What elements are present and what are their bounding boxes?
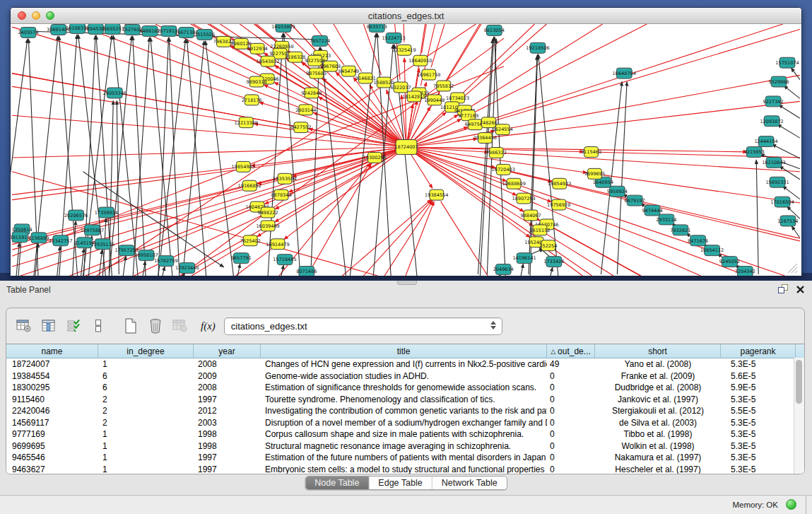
float-panel-icon[interactable] bbox=[778, 284, 789, 294]
graph-node[interactable]: 15224713 bbox=[382, 33, 405, 43]
graph-node[interactable]: 12342757 bbox=[49, 235, 72, 246]
new-file-icon[interactable] bbox=[122, 317, 140, 335]
graph-node[interactable]: 8835713 bbox=[367, 24, 387, 32]
graph-node[interactable]: 9884067 bbox=[520, 210, 541, 221]
graph-node[interactable]: 9215953 bbox=[744, 147, 765, 158]
function-builder-icon[interactable]: f(x) bbox=[201, 320, 216, 332]
graph-node[interactable]: 10688609 bbox=[502, 178, 525, 189]
graph-node[interactable]: 9146821 bbox=[355, 73, 376, 83]
graph-node[interactable]: 16961758 bbox=[417, 69, 440, 80]
graph-node[interactable]: 252254 bbox=[539, 240, 557, 251]
graph-node[interactable]: 12444154 bbox=[754, 136, 777, 147]
graph-node[interactable]: 6322037 bbox=[390, 82, 411, 93]
graph-node[interactable]: 1156889 bbox=[28, 233, 49, 243]
column-header-in_degree[interactable]: in_degree bbox=[98, 344, 194, 358]
graph-node[interactable]: 9890318 bbox=[247, 76, 267, 87]
graph-node[interactable]: 19756928 bbox=[547, 199, 570, 210]
table-row[interactable]: 946362711997Embryonic stem cells: a mode… bbox=[6, 464, 804, 475]
graph-node[interactable]: 3915911 bbox=[11, 232, 30, 243]
graph-node[interactable]: 12093872 bbox=[760, 116, 783, 127]
graph-node[interactable]: 1167534 bbox=[777, 216, 798, 226]
zoom-window-button[interactable] bbox=[46, 11, 54, 20]
delete-table-icon[interactable] bbox=[146, 317, 165, 335]
graph-node[interactable]: 19166852 bbox=[238, 180, 261, 191]
graph-node[interactable]: 9242848 bbox=[301, 88, 322, 98]
column-header-out_de[interactable]: △out_de... bbox=[547, 344, 595, 358]
graph-node[interactable]: 18640910 bbox=[408, 55, 432, 66]
column-header-pagerank[interactable]: pagerank bbox=[721, 344, 796, 358]
graph-node[interactable]: 15751074 bbox=[775, 57, 799, 68]
table-row[interactable]: 969969511998Structural magnetic resonanc… bbox=[6, 440, 804, 452]
graph-node[interactable]: 7857224 bbox=[310, 35, 330, 46]
close-window-button[interactable] bbox=[18, 11, 26, 20]
vertical-scrollbar[interactable] bbox=[794, 358, 804, 474]
graph-node[interactable]: 15692331 bbox=[765, 177, 789, 187]
graph-node[interactable]: 9329966 bbox=[768, 76, 789, 87]
table-row[interactable]: 1872400712008Changes of HCN gene express… bbox=[6, 358, 804, 370]
tab-network-table[interactable]: Network Table bbox=[433, 477, 507, 489]
minimize-window-button[interactable] bbox=[32, 11, 40, 20]
table-selector-dropdown[interactable]: citations_edges.txt bbox=[224, 317, 502, 335]
table-row[interactable]: 977716911998Corpus callosum shape and si… bbox=[6, 428, 804, 440]
column-header-title[interactable]: title bbox=[261, 344, 547, 358]
table-row[interactable]: 946554611997Estimation of the future num… bbox=[6, 452, 804, 464]
tab-node-table[interactable]: Node Table bbox=[305, 477, 369, 489]
graph-node[interactable]: 2933114 bbox=[656, 214, 676, 225]
graph-node[interactable]: 14196141 bbox=[512, 253, 536, 264]
graph-node[interactable]: 7625402 bbox=[240, 235, 261, 246]
citation-network-graph[interactable]: 2405574306914061610837918945372106552571… bbox=[11, 24, 801, 276]
graph-node[interactable]: 16033809 bbox=[271, 24, 295, 32]
graph-node[interactable]: 8878344 bbox=[271, 189, 291, 200]
table-column-icon[interactable] bbox=[40, 317, 58, 335]
graph-node[interactable]: 29053346 bbox=[103, 88, 126, 98]
graph-node[interactable]: 2405574 bbox=[18, 27, 38, 37]
table-row[interactable]: 1456911722003Disruption of a novel membe… bbox=[6, 417, 804, 429]
resize-grip[interactable] bbox=[788, 264, 797, 273]
close-panel-icon[interactable] bbox=[796, 285, 805, 294]
select-rows-icon[interactable] bbox=[64, 317, 83, 335]
graph-node[interactable]: 6679197 bbox=[625, 195, 645, 206]
graph-node[interactable]: 10655257 bbox=[101, 24, 124, 34]
graph-node[interactable]: 8427552 bbox=[290, 122, 311, 133]
network-canvas[interactable]: 2405574306914061610837918945372106552571… bbox=[11, 24, 801, 276]
graph-node[interactable]: 7932621 bbox=[670, 225, 690, 235]
graph-node[interactable]: 3624554 bbox=[493, 124, 513, 135]
graph-node[interactable]: 16720403 bbox=[492, 164, 515, 175]
graph-node[interactable]: 9227342 bbox=[763, 96, 783, 107]
graph-node[interactable]: 19218506 bbox=[526, 42, 549, 53]
graph-node[interactable]: 9657791 bbox=[231, 253, 252, 264]
column-header-name[interactable]: name bbox=[6, 344, 98, 358]
graph-node[interactable]: 16210643 bbox=[762, 157, 785, 168]
column-narrow-icon[interactable] bbox=[89, 317, 107, 335]
graph-node[interactable]: 19854985 bbox=[232, 161, 255, 172]
graph-node[interactable]: 8186328 bbox=[285, 52, 305, 62]
graph-node[interactable]: 16039469 bbox=[256, 221, 279, 231]
graph-node[interactable]: 8071486 bbox=[296, 267, 317, 276]
graph-node[interactable]: 2718176 bbox=[242, 95, 262, 105]
graph-node[interactable]: 7986322 bbox=[486, 148, 507, 158]
table-row[interactable]: 1938455462009Genome-wide association stu… bbox=[6, 370, 804, 382]
window-titlebar[interactable]: citations_edges.txt bbox=[11, 8, 801, 24]
graph-node[interactable]: 9474444 bbox=[642, 205, 662, 216]
graph-node[interactable]: 9875685 bbox=[306, 68, 326, 78]
graph-node[interactable]: 19854923 bbox=[548, 178, 571, 189]
graph-node[interactable]: 7515526 bbox=[194, 29, 215, 40]
graph-node[interactable]: 9498222 bbox=[258, 207, 278, 218]
column-header-year[interactable]: year bbox=[194, 344, 261, 358]
graph-node[interactable]: 2049634 bbox=[493, 264, 514, 275]
graph-node[interactable]: 19384554 bbox=[425, 189, 448, 200]
graph-node[interactable]: 8454749 bbox=[339, 66, 359, 76]
graph-node[interactable]: 2803144 bbox=[295, 105, 316, 115]
table-settings-icon[interactable] bbox=[15, 317, 33, 335]
scrollbar-thumb[interactable] bbox=[796, 360, 802, 404]
graph-node[interactable]: 18724007 bbox=[394, 140, 418, 155]
graph-node[interactable]: 8912934 bbox=[247, 43, 268, 54]
graph-node[interactable]: 7955812 bbox=[433, 81, 454, 91]
graph-node[interactable]: 16648784 bbox=[613, 68, 636, 78]
graph-node[interactable]: 1733426 bbox=[543, 257, 564, 267]
import-table-icon[interactable] bbox=[171, 317, 189, 335]
graph-node[interactable]: 9115460 bbox=[581, 147, 601, 158]
graph-node[interactable]: 8813054 bbox=[484, 25, 505, 35]
graph-node[interactable]: 1615152 bbox=[529, 225, 550, 235]
table-row[interactable]: 1830029562008Estimation of significance … bbox=[6, 382, 804, 394]
